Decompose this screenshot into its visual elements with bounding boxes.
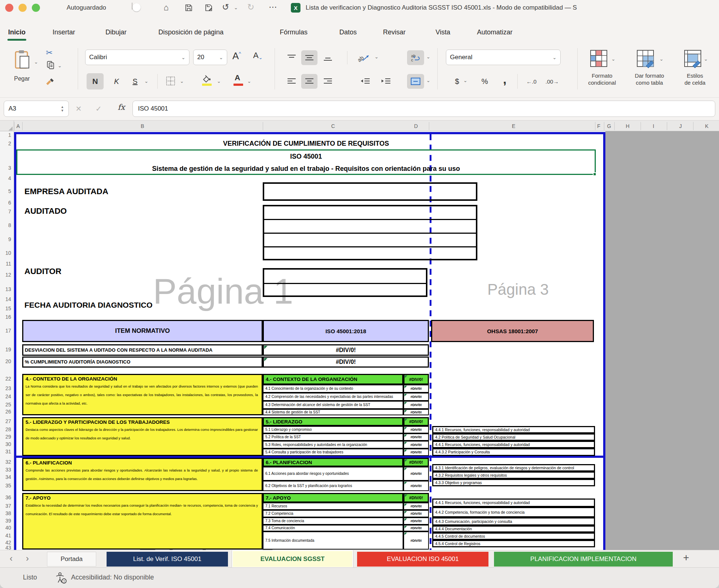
item-label-cell[interactable]: 5.2 Política de la SST <box>263 433 403 441</box>
row-header-5[interactable]: 5 <box>0 188 11 194</box>
section-descriptor-cell[interactable]: 4.- CONTEXTO DE LA ORGANIZACIÓNLa Norma … <box>22 374 263 415</box>
item-value-cell[interactable]: #DIV/0! <box>403 426 429 433</box>
row-header-1[interactable]: 1 <box>0 132 11 138</box>
sheet-tab-portada[interactable]: Portada <box>47 552 96 567</box>
label-empresa-auditada[interactable]: EMPRESA AUDITADA <box>24 187 108 196</box>
accessibility-icon[interactable]: ? <box>55 571 67 584</box>
section-header-cell[interactable]: 4.- CONTEXTO DE LA ORGANIZACIÓN <box>263 374 403 385</box>
underline-chevron-icon[interactable]: ⌄ <box>144 78 148 84</box>
print-area-border-left[interactable] <box>14 132 16 550</box>
print-area-border-right[interactable] <box>603 132 605 550</box>
row-header-34[interactable]: 34 <box>0 474 11 480</box>
row-header-23[interactable]: 23 <box>0 385 11 391</box>
next-sheet-arrow[interactable]: › <box>26 553 29 564</box>
ohsas-cell[interactable]: 4.2 Política de Seguridad y Salud Ocupac… <box>432 433 595 441</box>
row-header-2[interactable]: 2 <box>0 141 11 146</box>
copy-icon[interactable] <box>47 61 55 70</box>
section-header-value-cell[interactable]: #DIV/0! <box>403 374 429 385</box>
align-left-button[interactable] <box>284 75 299 88</box>
sheet-tab-evaluacion-sgsst[interactable]: EVALUACION SGSST <box>232 550 353 568</box>
row-header-8[interactable]: 8 <box>0 222 11 228</box>
format-as-table-icon[interactable] <box>636 49 656 68</box>
row-header-41[interactable]: 41 <box>0 533 11 538</box>
align-right-button[interactable] <box>320 75 335 88</box>
decrease-font-button[interactable]: A⌄ <box>253 50 263 60</box>
section-descriptor-cell[interactable]: 7.- APOYOEstablece la necesidad de deter… <box>22 493 263 550</box>
increase-font-button[interactable]: A^ <box>232 50 241 62</box>
italic-button[interactable]: K <box>109 73 124 89</box>
increase-indent-button[interactable] <box>378 75 394 88</box>
home-icon[interactable]: ⌂ <box>164 3 169 13</box>
section-descriptor-cell[interactable]: 6.- PLANIFICACIONComprende las acciones … <box>22 458 263 491</box>
summary-label-cell[interactable]: % CUMPLIMIENTO AUDITORÍA DIAGNOSTICO <box>22 356 263 368</box>
column-header-B[interactable]: B <box>135 121 150 132</box>
cancel-entry-icon[interactable]: ✕ <box>75 104 82 113</box>
ribbon-tab-f-rmulas[interactable]: Fórmulas <box>280 25 308 39</box>
conditional-formatting-icon[interactable] <box>589 49 608 68</box>
ribbon-tab-dibujar[interactable]: Dibujar <box>105 25 127 39</box>
row-header-16[interactable]: 16 <box>0 314 11 320</box>
summary-value-cell[interactable]: #DIV/0! <box>263 356 429 368</box>
item-value-cell[interactable]: #DIV/0! <box>403 393 429 401</box>
label-auditado[interactable]: AUDITADO <box>24 206 67 216</box>
label-fecha-auditoria[interactable]: FECHA AUDITORIA DIAGNOSTICO <box>24 301 152 310</box>
copy-chevron-icon[interactable]: ⌄ <box>58 63 62 68</box>
insert-function-icon[interactable]: fx <box>118 103 125 112</box>
item-value-cell[interactable]: #DIV/0! <box>403 517 429 525</box>
format-as-table-chevron-icon[interactable]: ⌄ <box>659 56 663 62</box>
undo-chevron-icon[interactable]: ⌄ <box>234 5 238 10</box>
row-header-27[interactable]: 27 <box>0 418 11 424</box>
item-value-cell[interactable]: #DIV/0! <box>403 449 429 456</box>
empresa-input-cell[interactable] <box>263 182 477 201</box>
row-header-25[interactable]: 25 <box>0 402 11 408</box>
borders-icon[interactable] <box>166 76 175 86</box>
section-header-value-cell[interactable]: #DIV/0! <box>403 417 429 426</box>
currency-chevron-icon[interactable]: ⌄ <box>463 78 467 83</box>
ribbon-tab-automatizar[interactable]: Automatizar <box>477 25 513 39</box>
row-header-4[interactable]: 4 <box>0 175 11 181</box>
column-header-K[interactable]: K <box>699 121 714 132</box>
decrease-indent-button[interactable] <box>357 75 373 88</box>
column-header-A[interactable]: A <box>11 121 26 132</box>
row-header-26[interactable]: 26 <box>0 409 11 415</box>
item-label-cell[interactable]: 4.2 Comprensión de las necesidades y exp… <box>263 393 403 401</box>
item-label-cell[interactable]: 6.1 Acciones para abordar riesgos y opor… <box>263 467 403 481</box>
column-header-C[interactable]: C <box>326 121 340 132</box>
summary-value-cell[interactable]: #DIV/0! <box>263 344 429 356</box>
row-header-28[interactable]: 28 <box>0 426 11 432</box>
row-header-20[interactable]: 20 <box>0 358 11 364</box>
header-item-normativo[interactable]: ITEM NORMATIVO <box>22 320 263 342</box>
section-descriptor-cell[interactable]: 5.- LIDERAZGO Y PARTICIPACION DE LOS TRA… <box>22 417 263 456</box>
row-header-29[interactable]: 29 <box>0 434 11 440</box>
font-name-select[interactable]: Calibri⌄ <box>85 50 189 65</box>
item-value-cell[interactable]: #DIV/0! <box>403 385 429 393</box>
orientation-icon[interactable]: ab <box>357 51 371 64</box>
wrap-text-button[interactable]: abc <box>407 50 424 65</box>
column-header-H[interactable]: H <box>620 121 635 132</box>
ohsas-cell[interactable]: 4.4.1 Recursos, funciones, responsabilid… <box>432 499 595 507</box>
row-header-39[interactable]: 39 <box>0 518 11 524</box>
section-header-cell[interactable]: 5.- LIDERAZGO <box>263 417 403 426</box>
item-label-cell[interactable]: 7.3 Toma de conciencia <box>263 517 403 525</box>
item-value-cell[interactable]: #DIV/0! <box>403 433 429 441</box>
thousands-button[interactable]: , <box>498 72 511 87</box>
item-value-cell[interactable]: #DIV/0! <box>403 409 429 415</box>
formula-input[interactable]: ISO 45001 <box>132 101 715 117</box>
row-header-31[interactable]: 31 <box>0 449 11 454</box>
align-center-button[interactable] <box>301 74 317 89</box>
save-as-icon[interactable] <box>204 3 213 12</box>
ohsas-cell[interactable]: 4.4.1 Recursos, funciones, responsabilid… <box>432 426 595 433</box>
item-value-cell[interactable]: #DIV/0! <box>403 467 429 481</box>
row-header-10[interactable]: 10 <box>0 250 11 256</box>
row-header-6[interactable]: 6 <box>0 200 11 206</box>
row-header-19[interactable]: 19 <box>0 347 11 352</box>
fill-color-chevron-icon[interactable]: ⌄ <box>217 78 221 84</box>
item-value-cell[interactable]: #DIV/0! <box>403 401 429 409</box>
section-header-value-cell[interactable]: #DIV/0! <box>403 493 429 503</box>
increase-decimal-button[interactable]: ←.0 <box>522 75 541 87</box>
ribbon-tab-disposici-n-de-p-gina[interactable]: Disposición de página <box>158 25 224 39</box>
borders-chevron-icon[interactable]: ⌄ <box>180 78 184 84</box>
item-value-cell[interactable]: #DIV/0! <box>403 531 429 550</box>
ohsas-cell[interactable]: 4.5.4 Control de Registros <box>432 540 595 547</box>
row-header-13[interactable]: 13 <box>0 286 11 292</box>
